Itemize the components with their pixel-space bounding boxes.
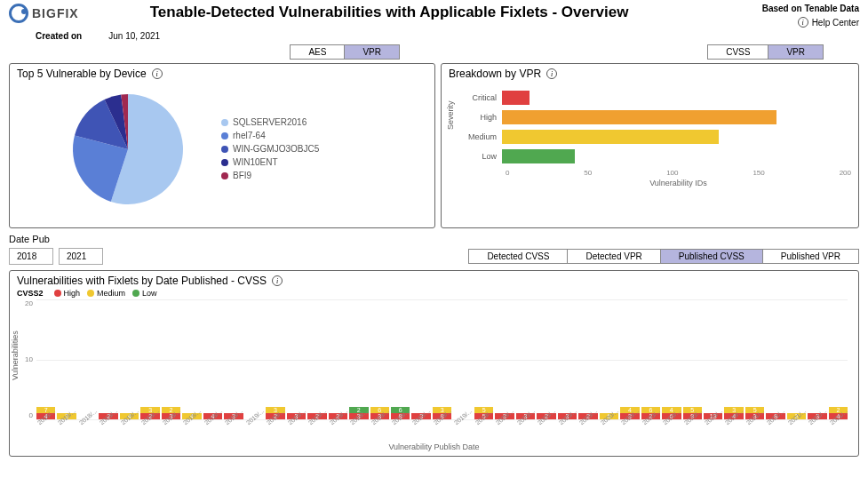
legend-label: Medium bbox=[97, 289, 125, 298]
hbar-row: Low bbox=[459, 149, 849, 163]
swatch-icon bbox=[221, 146, 228, 153]
hbar-panel-title: Breakdown by VPR bbox=[449, 68, 541, 80]
help-center-label: Help Center bbox=[812, 18, 859, 28]
axis-tick: 0 bbox=[506, 169, 509, 177]
legend-item[interactable]: Low bbox=[132, 289, 157, 298]
stacked-legend-title: CVSS2 bbox=[17, 289, 44, 298]
based-on-label: Based on Tenable Data bbox=[762, 4, 859, 13]
swatch-icon bbox=[221, 159, 228, 166]
toggle-detected-cvss[interactable]: Detected CVSS bbox=[469, 250, 567, 263]
legend-item[interactable]: rhel7-64 bbox=[221, 131, 319, 140]
hbar-fill[interactable] bbox=[502, 130, 719, 144]
scoring-toggle-left: AES VPR bbox=[290, 44, 400, 60]
hbar-label: High bbox=[459, 113, 502, 122]
y-tick-label: 20 bbox=[20, 299, 33, 307]
info-icon: i bbox=[798, 17, 808, 28]
swatch-icon bbox=[87, 290, 94, 297]
scoring-toggle-right: CVSS VPR bbox=[707, 44, 824, 60]
swatch-icon bbox=[54, 290, 61, 297]
stacked-chart: 20100 4732423324432332232368638355332326… bbox=[36, 299, 848, 419]
legend-item[interactable]: WIN10ENT bbox=[221, 157, 319, 167]
published-toggle: Detected CVSS Detected VPR Published CVS… bbox=[468, 249, 859, 264]
hbar-chart: CriticalHighMediumLow bbox=[458, 80, 851, 163]
toggle-vpr-left[interactable]: VPR bbox=[344, 45, 399, 59]
hbar-row: Critical bbox=[459, 91, 849, 105]
created-on-date: Jun 10, 2021 bbox=[108, 31, 160, 41]
axis-tick: 50 bbox=[584, 169, 592, 177]
legend-item[interactable]: WIN-GGMJO3OBJC5 bbox=[221, 144, 319, 154]
stacked-legend: CVSS2 HighMediumLow bbox=[17, 289, 851, 298]
pie-chart bbox=[17, 83, 221, 216]
stacked-ylabel: Vulnerabilities bbox=[11, 331, 20, 380]
y-tick-label: 10 bbox=[20, 355, 33, 363]
legend-item[interactable]: SQLSERVER2016 bbox=[221, 117, 319, 127]
toggle-published-cvss[interactable]: Published CVSS bbox=[660, 250, 762, 263]
date-pub-label: Date Pub bbox=[9, 234, 859, 244]
legend-label: BFI9 bbox=[233, 171, 251, 180]
toggle-detected-vpr[interactable]: Detected VPR bbox=[567, 250, 659, 263]
toggle-aes[interactable]: AES bbox=[291, 45, 344, 59]
stacked-panel-title: Vulnerabilities with Fixlets by Date Pub… bbox=[17, 275, 267, 287]
info-icon[interactable]: i bbox=[272, 275, 283, 286]
swatch-icon bbox=[221, 119, 228, 126]
info-icon[interactable]: i bbox=[152, 68, 163, 79]
swatch-icon bbox=[132, 290, 139, 297]
hbar-axis: 050100150200 bbox=[506, 169, 851, 177]
legend-label: rhel7-64 bbox=[233, 131, 266, 140]
legend-label: High bbox=[64, 289, 81, 298]
legend-item[interactable]: BFI9 bbox=[221, 171, 319, 180]
toggle-published-vpr[interactable]: Published VPR bbox=[762, 250, 858, 263]
info-icon[interactable]: i bbox=[546, 68, 557, 79]
page-title: Tenable-Detected Vulnerabilities with Ap… bbox=[150, 4, 629, 21]
pie-legend: SQLSERVER2016rhel7-64WIN-GGMJO3OBJC5WIN1… bbox=[221, 114, 319, 184]
hbar-row: High bbox=[459, 110, 849, 124]
toggle-vpr-right[interactable]: VPR bbox=[768, 45, 823, 59]
hbar-label: Critical bbox=[459, 93, 502, 102]
legend-label: WIN10ENT bbox=[233, 157, 278, 167]
hbar-label: Low bbox=[459, 152, 502, 161]
legend-label: Low bbox=[142, 289, 157, 298]
swatch-icon bbox=[221, 172, 228, 179]
hbar-row: Medium bbox=[459, 130, 849, 144]
stacked-panel: Vulnerabilities with Fixlets by Date Pub… bbox=[9, 270, 859, 457]
pie-panel: Top 5 Vulnerable by Device i SQLSERVER20… bbox=[9, 63, 435, 228]
legend-item[interactable]: High bbox=[54, 289, 81, 298]
legend-label: SQLSERVER2016 bbox=[233, 117, 307, 127]
axis-tick: 150 bbox=[753, 169, 764, 177]
logo-text: BIGFIX bbox=[32, 6, 79, 20]
hbar-panel: Breakdown by VPR i Severity CriticalHigh… bbox=[441, 63, 859, 228]
help-center-link[interactable]: i Help Center bbox=[762, 17, 859, 28]
date-from-input[interactable] bbox=[9, 248, 53, 265]
logo: BIGFIX bbox=[9, 4, 79, 23]
swatch-icon bbox=[221, 132, 228, 139]
axis-tick: 100 bbox=[666, 169, 678, 177]
pie-panel-title: Top 5 Vulnerable by Device bbox=[17, 68, 147, 80]
hbar-xlabel: Vulnerability IDs bbox=[506, 179, 851, 187]
hbar-fill[interactable] bbox=[502, 110, 776, 124]
created-on-label: Created on bbox=[36, 31, 82, 41]
hbar-fill[interactable] bbox=[502, 91, 530, 105]
hbar-ylabel: Severity bbox=[446, 100, 455, 130]
legend-label: WIN-GGMJO3OBJC5 bbox=[233, 144, 319, 154]
date-to-input[interactable] bbox=[59, 248, 103, 265]
stacked-xlabel: Vulnerability Publish Date bbox=[17, 442, 851, 451]
logo-icon bbox=[9, 4, 28, 23]
legend-item[interactable]: Medium bbox=[87, 289, 125, 298]
y-tick-label: 0 bbox=[20, 411, 33, 419]
axis-tick: 200 bbox=[840, 169, 851, 177]
hbar-label: Medium bbox=[459, 132, 502, 141]
toggle-cvss[interactable]: CVSS bbox=[708, 45, 768, 59]
hbar-fill[interactable] bbox=[502, 149, 575, 163]
